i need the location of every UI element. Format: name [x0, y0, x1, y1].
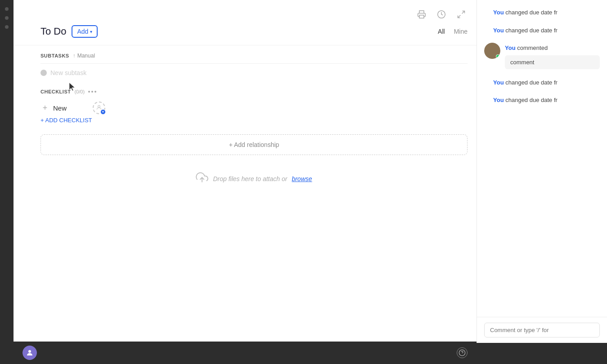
activity-user-4: You: [493, 79, 504, 86]
subtasks-divider: [40, 63, 468, 64]
history-icon[interactable]: [435, 8, 448, 21]
sidebar-dot-1: [5, 7, 9, 11]
print-icon[interactable]: [415, 8, 428, 21]
subtasks-header: SUBTASKS ↑ Manual: [40, 45, 468, 63]
checklist-more-button[interactable]: [88, 91, 96, 93]
assign-plus-icon: +: [100, 109, 106, 115]
activity-item-5: You changed due date fr: [484, 95, 600, 105]
sort-indicator[interactable]: ↑ Manual: [73, 53, 95, 59]
upload-icon: [196, 171, 208, 186]
assign-user-button[interactable]: +: [93, 102, 105, 114]
bottom-bar: [13, 342, 477, 364]
add-relationship-label: + Add relationship: [229, 141, 279, 148]
comment-input[interactable]: [484, 323, 600, 337]
new-subtask-row: New subtask: [40, 67, 468, 78]
add-checklist-button[interactable]: + ADD CHECKLIST: [40, 113, 92, 131]
checklist-count: (0/0): [74, 89, 85, 94]
sort-label: Manual: [77, 53, 95, 59]
sort-arrow-icon: ↑: [73, 53, 76, 59]
add-checklist-item-button[interactable]: +: [40, 103, 49, 112]
comment-bubble: comment: [505, 55, 600, 69]
expand-icon[interactable]: [455, 8, 468, 21]
activity-user-2: You: [493, 27, 504, 34]
new-subtask-input[interactable]: New subtask: [50, 69, 86, 76]
chevron-down-icon: ▾: [90, 29, 92, 34]
help-button[interactable]: [457, 347, 468, 358]
task-title-area: To Do Add ▾ All Mine: [13, 25, 477, 45]
modal-toolbar: [13, 0, 477, 25]
activity-user-3: You: [505, 44, 516, 51]
activity-feed: You changed due date fr You changed due …: [477, 0, 607, 317]
activity-text-1: You changed due date fr: [493, 7, 558, 17]
activity-avatar-3: [484, 43, 500, 59]
comment-box: [477, 317, 607, 343]
subtasks-label: SUBTASKS: [40, 53, 69, 58]
bottom-user-avatar[interactable]: [22, 346, 37, 360]
activity-text-2: You changed due date fr: [493, 25, 558, 35]
sidebar-dot-3: [5, 25, 9, 29]
sidebar-dot-2: [5, 16, 9, 20]
checklist-header: CHECKLIST (0/0): [40, 78, 468, 100]
svg-line-3: [458, 15, 461, 18]
online-status-dot: [496, 54, 500, 58]
dropzone-text: Drop files here to attach or: [213, 175, 287, 182]
svg-point-4: [98, 105, 100, 107]
activity-text-4: You changed due date fr: [493, 77, 558, 87]
checklist-item-input[interactable]: New: [53, 104, 89, 112]
browse-link[interactable]: browse: [292, 175, 312, 182]
add-button-label: Add: [77, 28, 88, 35]
activity-item-3: You commented comment: [484, 43, 600, 69]
filter-mine[interactable]: Mine: [454, 27, 468, 36]
activity-item-4: You changed due date fr: [484, 77, 600, 87]
activity-user-5: You: [493, 97, 504, 103]
filter-all[interactable]: All: [438, 27, 445, 36]
svg-point-6: [28, 350, 31, 353]
activity-user-1: You: [493, 9, 504, 16]
checklist-label: CHECKLIST: [40, 89, 71, 94]
add-button[interactable]: Add ▾: [72, 25, 98, 38]
task-title: To Do: [40, 26, 66, 37]
dropzone[interactable]: Drop files here to attach or browse: [40, 162, 468, 195]
subtask-bullet: [40, 70, 47, 76]
sidebar-strip: [0, 0, 13, 364]
activity-text-5: You changed due date fr: [493, 95, 558, 105]
activity-item-2: You changed due date fr: [484, 25, 600, 35]
svg-rect-0: [419, 15, 424, 18]
svg-line-2: [462, 11, 465, 14]
modal-content: SUBTASKS ↑ Manual New subtask CHECKLIST …: [13, 45, 477, 342]
activity-item-1: You changed due date fr: [484, 7, 600, 17]
add-relationship-button[interactable]: + Add relationship: [40, 134, 468, 155]
